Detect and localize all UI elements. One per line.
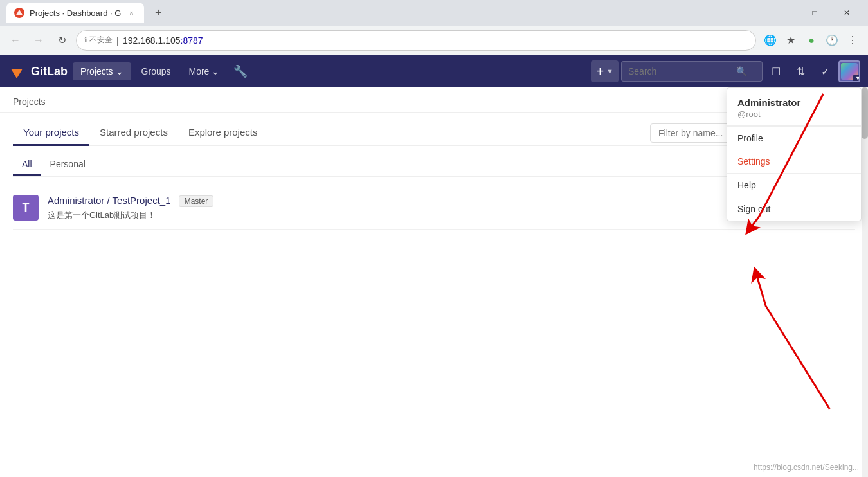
- subtab-all-label: All: [22, 159, 32, 169]
- subtab-personal[interactable]: Personal: [41, 154, 95, 176]
- user-avatar-button[interactable]: ▼: [838, 60, 860, 82]
- dropdown-help[interactable]: Help: [727, 174, 861, 197]
- search-icon: 🔍: [736, 66, 747, 76]
- tab-close-btn[interactable]: ×: [126, 8, 136, 18]
- minimize-button[interactable]: —: [768, 3, 797, 23]
- tab-your-projects-label: Your projects: [23, 127, 79, 138]
- scrollbar-thumb[interactable]: [862, 87, 868, 139]
- close-button[interactable]: ✕: [832, 3, 862, 23]
- subtab-all[interactable]: All: [13, 154, 41, 176]
- tab-title: Projects · Dashboard · G: [30, 8, 121, 18]
- search-box[interactable]: 🔍: [621, 61, 763, 82]
- plus-dropdown[interactable]: + ▼: [591, 60, 619, 82]
- plus-chevron-icon: ▼: [606, 68, 613, 75]
- dropdown-menu: Administrator @root Profile Settings Hel…: [727, 87, 862, 221]
- secure-label: ℹ 不安全: [84, 35, 113, 46]
- browser-titlebar: Projects · Dashboard · G × + — □ ✕: [0, 0, 868, 26]
- new-item-button[interactable]: + ▼: [591, 60, 619, 82]
- translate-icon[interactable]: 🌐: [761, 32, 779, 50]
- todos-icon[interactable]: ✓: [814, 60, 836, 82]
- nav-projects[interactable]: Projects ⌄: [73, 62, 131, 80]
- gitlab-logo[interactable]: GitLab: [8, 62, 68, 80]
- menu-icon[interactable]: ⋮: [844, 32, 862, 50]
- gitlab-logo-icon: [8, 62, 26, 80]
- history-icon[interactable]: 🕐: [823, 32, 841, 50]
- subtab-personal-label: Personal: [50, 159, 86, 169]
- dropdown-sign-out[interactable]: Sign out: [727, 197, 861, 221]
- url-separator: |: [116, 35, 119, 46]
- chevron-down-icon: ⌄: [116, 66, 123, 76]
- bookmark-icon[interactable]: ★: [782, 32, 800, 50]
- project-branch-badge: Master: [179, 195, 214, 207]
- breadcrumb-text: Projects: [13, 96, 46, 107]
- tab-starred-projects[interactable]: Starred projects: [89, 120, 178, 146]
- dropdown-profile[interactable]: Profile: [727, 127, 861, 150]
- refresh-button[interactable]: ↻: [53, 32, 71, 50]
- avatar-letter: T: [23, 201, 30, 215]
- nav-projects-label: Projects: [80, 66, 113, 76]
- address-bar: ← → ↻ ℹ 不安全 | 192.168.1.105:8787 🌐 ★ ● 🕐…: [0, 26, 868, 55]
- addressbar-actions: 🌐 ★ ● 🕐 ⋮: [761, 32, 862, 50]
- gitlab-navbar: GitLab Projects ⌄ Groups More ⌄ 🔧 + ▼ 🔍 …: [0, 55, 868, 87]
- project-avatar: T: [13, 195, 39, 221]
- browser-tab[interactable]: Projects · Dashboard · G ×: [6, 3, 144, 23]
- address-box[interactable]: ℹ 不安全 | 192.168.1.105:8787: [76, 30, 756, 51]
- project-name: TestProject_1: [113, 195, 171, 206]
- dropdown-username: Administrator: [737, 97, 851, 108]
- url-text: 192.168.1.105:8787: [123, 35, 203, 46]
- new-tab-button[interactable]: +: [149, 4, 167, 22]
- nav-more[interactable]: More ⌄: [181, 62, 228, 80]
- tab-your-projects[interactable]: Your projects: [13, 120, 89, 146]
- scrollbar-track[interactable]: [862, 87, 868, 477]
- dropdown-handle: @root: [737, 109, 851, 119]
- nav-more-label: More: [189, 66, 210, 76]
- search-input[interactable]: [628, 66, 731, 76]
- dropdown-header: Administrator @root: [727, 88, 861, 126]
- project-org: Administrator: [48, 195, 104, 206]
- back-button[interactable]: ←: [6, 32, 24, 50]
- admin-wrench-icon[interactable]: 🔧: [230, 60, 251, 82]
- window-controls: — □ ✕: [768, 3, 862, 23]
- chrome-icon[interactable]: ●: [802, 32, 820, 50]
- plus-icon: +: [596, 64, 604, 79]
- tab-explore-projects[interactable]: Explore projects: [178, 120, 268, 146]
- issues-icon[interactable]: ☐: [765, 60, 787, 82]
- gitlab-logo-text: GitLab: [31, 65, 68, 78]
- tab-explore-projects-label: Explore projects: [188, 127, 258, 138]
- maximize-button[interactable]: □: [800, 3, 829, 23]
- merge-requests-icon[interactable]: ⇅: [790, 60, 811, 82]
- tab-favicon: [14, 8, 24, 18]
- dropdown-settings[interactable]: Settings: [727, 150, 861, 173]
- main-content: Projects Your projects Starred projects …: [0, 87, 868, 477]
- forward-button[interactable]: →: [30, 32, 48, 50]
- more-chevron-icon: ⌄: [212, 66, 219, 76]
- nav-groups-label: Groups: [141, 66, 171, 76]
- nav-groups[interactable]: Groups: [134, 62, 179, 80]
- project-title-sep: /: [107, 195, 113, 206]
- tab-starred-projects-label: Starred projects: [100, 127, 168, 138]
- watermark: https://blog.csdn.net/Seeking...: [754, 463, 859, 472]
